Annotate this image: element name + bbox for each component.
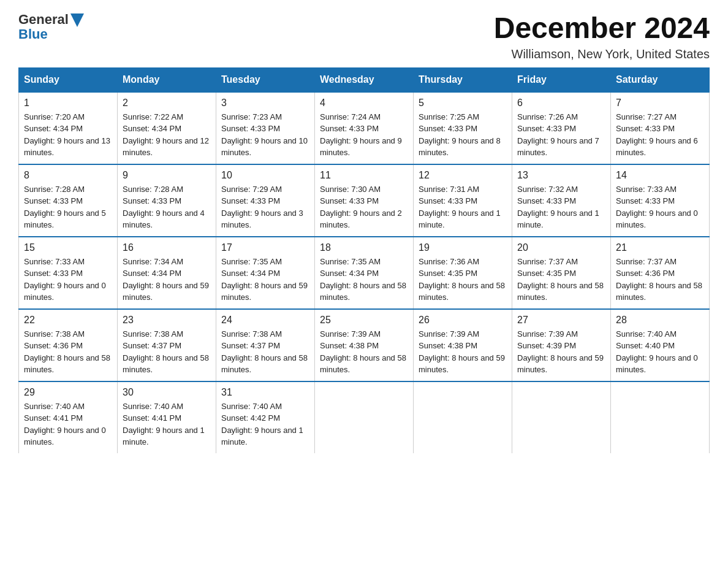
- day-number: 31: [221, 387, 309, 398]
- calendar-cell: 2 Sunrise: 7:22 AMSunset: 4:34 PMDayligh…: [118, 92, 216, 164]
- day-number: 12: [419, 170, 507, 181]
- column-header-wednesday: Wednesday: [315, 67, 414, 92]
- calendar-cell: 17 Sunrise: 7:35 AMSunset: 4:34 PMDaylig…: [216, 237, 315, 309]
- day-number: 15: [24, 242, 112, 253]
- day-number: 28: [616, 315, 704, 326]
- day-info: Sunrise: 7:37 AMSunset: 4:35 PMDaylight:…: [517, 257, 604, 302]
- calendar-table: SundayMondayTuesdayWednesdayThursdayFrid…: [18, 67, 710, 453]
- calendar-cell: [315, 381, 414, 453]
- day-info: Sunrise: 7:40 AMSunset: 4:40 PMDaylight:…: [616, 329, 698, 375]
- calendar-cell: 1 Sunrise: 7:20 AMSunset: 4:34 PMDayligh…: [19, 92, 118, 164]
- day-info: Sunrise: 7:39 AMSunset: 4:38 PMDaylight:…: [320, 329, 406, 375]
- day-info: Sunrise: 7:39 AMSunset: 4:39 PMDaylight:…: [517, 329, 604, 375]
- calendar-header-row: SundayMondayTuesdayWednesdayThursdayFrid…: [19, 67, 710, 92]
- day-number: 2: [123, 98, 211, 109]
- calendar-cell: 14 Sunrise: 7:33 AMSunset: 4:33 PMDaylig…: [611, 164, 710, 237]
- day-number: 7: [616, 98, 704, 109]
- calendar-cell: 20 Sunrise: 7:37 AMSunset: 4:35 PMDaylig…: [512, 237, 611, 309]
- calendar-week-5: 29 Sunrise: 7:40 AMSunset: 4:41 PMDaylig…: [19, 381, 710, 453]
- day-info: Sunrise: 7:28 AMSunset: 4:33 PMDaylight:…: [123, 185, 205, 230]
- day-info: Sunrise: 7:37 AMSunset: 4:36 PMDaylight:…: [616, 257, 702, 302]
- calendar-cell: 6 Sunrise: 7:26 AMSunset: 4:33 PMDayligh…: [512, 92, 611, 164]
- calendar-cell: 29 Sunrise: 7:40 AMSunset: 4:41 PMDaylig…: [19, 381, 118, 453]
- calendar-cell: 24 Sunrise: 7:38 AMSunset: 4:37 PMDaylig…: [216, 309, 315, 381]
- day-number: 20: [517, 242, 605, 253]
- calendar-cell: 23 Sunrise: 7:38 AMSunset: 4:37 PMDaylig…: [118, 309, 216, 381]
- day-info: Sunrise: 7:40 AMSunset: 4:41 PMDaylight:…: [24, 402, 106, 447]
- day-number: 23: [123, 315, 211, 326]
- calendar-cell: 31 Sunrise: 7:40 AMSunset: 4:42 PMDaylig…: [216, 381, 315, 453]
- day-number: 10: [221, 170, 309, 181]
- day-number: 30: [123, 387, 211, 398]
- day-number: 14: [616, 170, 704, 181]
- day-info: Sunrise: 7:33 AMSunset: 4:33 PMDaylight:…: [24, 257, 106, 302]
- day-number: 13: [517, 170, 605, 181]
- calendar-cell: 26 Sunrise: 7:39 AMSunset: 4:38 PMDaylig…: [414, 309, 512, 381]
- day-number: 4: [320, 98, 408, 109]
- calendar-cell: 4 Sunrise: 7:24 AMSunset: 4:33 PMDayligh…: [315, 92, 414, 164]
- day-number: 29: [24, 387, 112, 398]
- svg-marker-0: [70, 13, 84, 27]
- day-number: 25: [320, 315, 408, 326]
- day-info: Sunrise: 7:28 AMSunset: 4:33 PMDaylight:…: [24, 185, 106, 230]
- calendar-cell: 27 Sunrise: 7:39 AMSunset: 4:39 PMDaylig…: [512, 309, 611, 381]
- calendar-cell: 16 Sunrise: 7:34 AMSunset: 4:34 PMDaylig…: [118, 237, 216, 309]
- calendar-cell: 25 Sunrise: 7:39 AMSunset: 4:38 PMDaylig…: [315, 309, 414, 381]
- calendar-cell: 18 Sunrise: 7:35 AMSunset: 4:34 PMDaylig…: [315, 237, 414, 309]
- calendar-cell: 3 Sunrise: 7:23 AMSunset: 4:33 PMDayligh…: [216, 92, 315, 164]
- day-info: Sunrise: 7:26 AMSunset: 4:33 PMDaylight:…: [517, 112, 599, 158]
- calendar-cell: 8 Sunrise: 7:28 AMSunset: 4:33 PMDayligh…: [19, 164, 118, 237]
- day-info: Sunrise: 7:20 AMSunset: 4:34 PMDaylight:…: [24, 112, 110, 158]
- day-info: Sunrise: 7:35 AMSunset: 4:34 PMDaylight:…: [221, 257, 308, 302]
- calendar-week-4: 22 Sunrise: 7:38 AMSunset: 4:36 PMDaylig…: [19, 309, 710, 381]
- day-info: Sunrise: 7:38 AMSunset: 4:37 PMDaylight:…: [221, 329, 308, 375]
- day-number: 5: [419, 98, 507, 109]
- calendar-cell: [414, 381, 512, 453]
- calendar-cell: 5 Sunrise: 7:25 AMSunset: 4:33 PMDayligh…: [414, 92, 512, 164]
- calendar-cell: 22 Sunrise: 7:38 AMSunset: 4:36 PMDaylig…: [19, 309, 118, 381]
- day-number: 1: [24, 98, 112, 109]
- day-info: Sunrise: 7:25 AMSunset: 4:33 PMDaylight:…: [419, 112, 501, 158]
- day-number: 27: [517, 315, 605, 326]
- day-number: 16: [123, 242, 211, 253]
- column-header-monday: Monday: [118, 67, 216, 92]
- day-number: 3: [221, 98, 309, 109]
- calendar-cell: [611, 381, 710, 453]
- calendar-cell: 9 Sunrise: 7:28 AMSunset: 4:33 PMDayligh…: [118, 164, 216, 237]
- page-title: December 2024: [494, 12, 710, 45]
- page-header: General Blue December 2024 Williamson, N…: [18, 12, 710, 61]
- day-info: Sunrise: 7:23 AMSunset: 4:33 PMDaylight:…: [221, 112, 308, 158]
- day-info: Sunrise: 7:33 AMSunset: 4:33 PMDaylight:…: [616, 185, 698, 230]
- day-info: Sunrise: 7:38 AMSunset: 4:36 PMDaylight:…: [24, 329, 110, 375]
- logo-blue-text: Blue: [18, 27, 84, 42]
- day-number: 11: [320, 170, 408, 181]
- calendar-cell: 21 Sunrise: 7:37 AMSunset: 4:36 PMDaylig…: [611, 237, 710, 309]
- column-header-thursday: Thursday: [414, 67, 512, 92]
- day-number: 9: [123, 170, 211, 181]
- logo-triangle-icon: [70, 13, 84, 27]
- day-info: Sunrise: 7:39 AMSunset: 4:38 PMDaylight:…: [419, 329, 505, 375]
- calendar-cell: 7 Sunrise: 7:27 AMSunset: 4:33 PMDayligh…: [611, 92, 710, 164]
- logo-general-text: General: [18, 12, 69, 27]
- calendar-cell: 10 Sunrise: 7:29 AMSunset: 4:33 PMDaylig…: [216, 164, 315, 237]
- calendar-cell: 28 Sunrise: 7:40 AMSunset: 4:40 PMDaylig…: [611, 309, 710, 381]
- calendar-cell: 13 Sunrise: 7:32 AMSunset: 4:33 PMDaylig…: [512, 164, 611, 237]
- calendar-cell: 19 Sunrise: 7:36 AMSunset: 4:35 PMDaylig…: [414, 237, 512, 309]
- column-header-sunday: Sunday: [19, 67, 118, 92]
- calendar-cell: 11 Sunrise: 7:30 AMSunset: 4:33 PMDaylig…: [315, 164, 414, 237]
- calendar-cell: 12 Sunrise: 7:31 AMSunset: 4:33 PMDaylig…: [414, 164, 512, 237]
- calendar-cell: 30 Sunrise: 7:40 AMSunset: 4:41 PMDaylig…: [118, 381, 216, 453]
- day-number: 6: [517, 98, 605, 109]
- logo: General Blue: [18, 12, 84, 42]
- title-block: December 2024 Williamson, New York, Unit…: [494, 12, 710, 61]
- day-info: Sunrise: 7:30 AMSunset: 4:33 PMDaylight:…: [320, 185, 402, 230]
- day-number: 26: [419, 315, 507, 326]
- calendar-cell: [512, 381, 611, 453]
- day-info: Sunrise: 7:34 AMSunset: 4:34 PMDaylight:…: [123, 257, 209, 302]
- subtitle: Williamson, New York, United States: [494, 47, 710, 61]
- day-number: 8: [24, 170, 112, 181]
- day-number: 24: [221, 315, 309, 326]
- day-info: Sunrise: 7:27 AMSunset: 4:33 PMDaylight:…: [616, 112, 698, 158]
- column-header-friday: Friday: [512, 67, 611, 92]
- calendar-cell: 15 Sunrise: 7:33 AMSunset: 4:33 PMDaylig…: [19, 237, 118, 309]
